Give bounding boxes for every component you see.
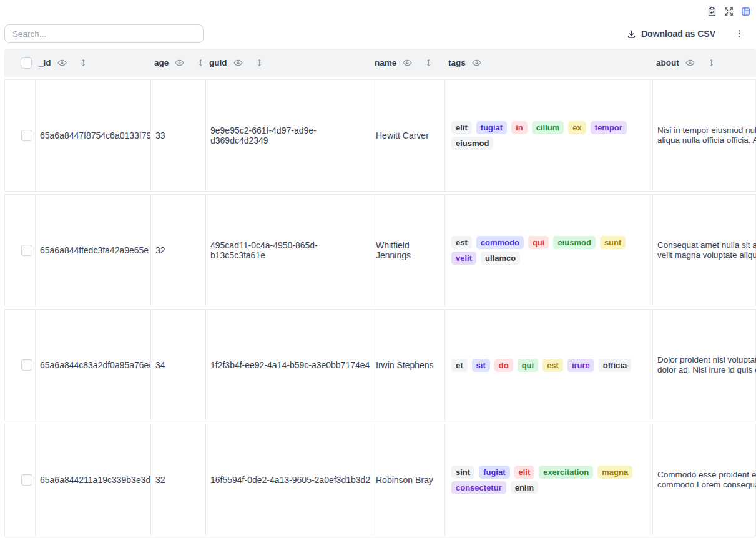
tags-list: estcommodoquieiusmodsuntvelitullamco [451, 236, 649, 265]
sort-icon[interactable] [424, 58, 433, 67]
data-table: _idageguidnametagsabout 65a6a8447f8754c6… [4, 49, 756, 536]
tag-badge: elit [451, 121, 472, 134]
_id-column-header: _id [34, 57, 150, 68]
cell-about: Consequat amet nulla sit au velit magna … [652, 195, 756, 306]
tags-list: etsitdoquiestirureofficia [451, 359, 631, 372]
tags-list: elitfugiatincillumextemporeiusmod [451, 121, 649, 150]
cell-tags: elitfugiatincillumextemporeiusmod [444, 80, 652, 191]
topbar [0, 0, 756, 17]
tag-badge: fugiat [479, 466, 509, 479]
about-column-header: about [652, 57, 756, 68]
cell-tags: sintfugiatelitexercitationmagnaconsectet… [444, 424, 652, 536]
column-label: name [375, 58, 396, 67]
tags-column-header: tags [444, 57, 652, 68]
download-csv-button[interactable]: Download as CSV [627, 29, 715, 39]
row-checkbox[interactable] [21, 130, 32, 141]
column-label: about [656, 58, 679, 67]
tag-badge: et [451, 359, 468, 372]
cell-id: 65a6a844211a19c339b3e3d3 [35, 424, 150, 536]
cell-about: Commodo esse proident ex commodo Lorem c… [652, 424, 756, 536]
table-row[interactable]: 65a6a844c83a2df0a95a76ee341f2f3b4f-ee92-… [4, 309, 756, 421]
age-column-header: age [150, 57, 205, 68]
maximize-icon[interactable] [724, 6, 734, 17]
cell-about: Nisi in tempor eiusmod null aliqua nulla… [652, 80, 756, 191]
select-all-checkbox[interactable] [21, 57, 32, 69]
cell-age: 33 [150, 80, 205, 191]
eye-icon[interactable] [174, 57, 185, 68]
tag-badge: qui [518, 359, 539, 372]
search-input[interactable] [4, 24, 204, 43]
data-browser-page: Download as CSV _idageguidnametagsabout … [0, 0, 756, 536]
cell-id: 65a6a8447f8754c6a0133f79 [35, 80, 150, 191]
table-row[interactable]: 65a6a844211a19c339b3e3d33216f5594f-0de2-… [4, 424, 756, 536]
column-label: age [154, 58, 169, 67]
tag-badge: ex [568, 121, 586, 134]
kebab-menu-icon[interactable] [734, 29, 744, 39]
table-view-icon[interactable] [740, 6, 751, 17]
download-icon [627, 29, 636, 39]
cell-id: 65a6a844c83a2df0a95a76ee [35, 310, 150, 421]
tag-badge: fugiat [476, 121, 507, 134]
tag-badge: eiusmod [451, 137, 493, 150]
column-label: _id [39, 58, 51, 67]
tag-badge: est [451, 236, 472, 249]
sort-icon[interactable] [707, 58, 716, 67]
tag-badge: magna [597, 466, 632, 479]
tag-badge: commodo [476, 236, 524, 249]
tags-list: sintfugiatelitexercitationmagnaconsectet… [451, 466, 649, 494]
cell-about: Dolor proident nisi voluptat dolor ad. N… [652, 310, 756, 421]
row-checkbox-cell [5, 424, 35, 536]
cell-tags: etsitdoquiestirureofficia [444, 310, 652, 421]
tag-badge: in [511, 121, 528, 134]
cell-name: Irwin Stephens [371, 310, 444, 421]
eye-icon[interactable] [685, 57, 695, 68]
tag-badge: do [494, 359, 513, 372]
cell-tags: estcommodoquieiusmodsuntvelitullamco [444, 195, 652, 306]
tag-badge: est [542, 359, 563, 372]
tag-badge: sit [472, 359, 490, 372]
tag-badge: velit [451, 252, 476, 265]
table-body: 65a6a8447f8754c6a0133f79339e9e95c2-661f-… [4, 79, 756, 536]
eye-icon[interactable] [471, 57, 482, 68]
eye-icon[interactable] [402, 57, 413, 68]
table-row[interactable]: 65a6a8447f8754c6a0133f79339e9e95c2-661f-… [4, 79, 756, 192]
cell-name: Robinson Bray [371, 424, 444, 536]
table-header-row: _idageguidnametagsabout [4, 49, 756, 77]
tag-badge: ullamco [481, 252, 520, 265]
row-checkbox[interactable] [21, 359, 32, 371]
tag-badge: cillum [532, 121, 564, 134]
cell-guid: 1f2f3b4f-ee92-4a14-b59c-a3e0bb7174e4 [205, 310, 371, 421]
tag-badge: enim [511, 481, 538, 494]
guid-column-header: guid [205, 57, 370, 68]
sort-icon[interactable] [79, 58, 88, 67]
eye-icon[interactable] [57, 57, 67, 68]
tag-badge: consectetur [451, 481, 506, 494]
cell-age: 32 [150, 424, 205, 536]
row-checkbox[interactable] [21, 245, 32, 256]
column-label: tags [448, 58, 466, 67]
paste-icon[interactable] [707, 6, 717, 17]
table-row[interactable]: 65a6a844ffedc3fa42a9e65e32495cad11-0c4a-… [4, 194, 756, 306]
cell-guid: 16f5594f-0de2-4a13-9605-2a0ef3d1b3d2 [205, 424, 371, 536]
cell-guid: 495cad11-0c4a-4950-865d-b13c5c3fa61e [205, 195, 371, 306]
cell-name: Hewitt Carver [371, 80, 444, 191]
header-checkbox-cell [4, 57, 34, 69]
tag-badge: exercitation [539, 466, 593, 479]
cell-age: 32 [150, 195, 205, 306]
eye-icon[interactable] [233, 57, 243, 68]
download-csv-label: Download as CSV [641, 29, 715, 39]
row-checkbox-cell [5, 80, 35, 191]
cell-id: 65a6a844ffedc3fa42a9e65e [35, 195, 150, 306]
tag-badge: eiusmod [553, 236, 595, 249]
cell-age: 34 [150, 310, 205, 421]
tag-badge: officia [599, 359, 631, 372]
column-label: guid [209, 58, 227, 67]
row-checkbox[interactable] [21, 474, 32, 486]
tag-badge: sunt [600, 236, 626, 249]
tag-badge: elit [514, 466, 535, 479]
sort-icon[interactable] [255, 58, 264, 67]
tag-badge: tempor [591, 121, 627, 134]
toolbar: Download as CSV [4, 24, 756, 43]
tag-badge: sint [451, 466, 474, 479]
tag-badge: irure [567, 359, 594, 372]
